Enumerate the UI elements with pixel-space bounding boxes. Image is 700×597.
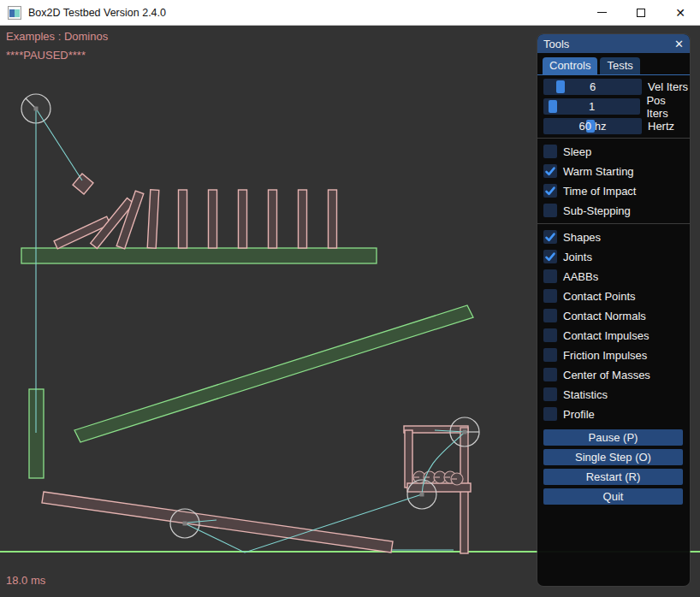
slider[interactable]: 1: [543, 98, 640, 115]
panel-button-label: Single Step (O): [575, 451, 651, 464]
checkbox[interactable]: [543, 348, 557, 362]
checkbox-label: Profile: [563, 408, 595, 421]
checkbox-label: Contact Points: [563, 290, 636, 303]
upright-domino: [299, 190, 307, 248]
upright-domino: [179, 190, 187, 248]
checkbox-row[interactable]: Sub-Stepping: [543, 204, 690, 217]
slider-label: Vel Iters: [648, 80, 688, 93]
panel-tab[interactable]: Controls: [543, 57, 597, 74]
checkbox[interactable]: [543, 328, 557, 342]
anchor-square: [34, 107, 39, 111]
panel-button[interactable]: Restart (R): [543, 469, 683, 485]
slider-value: 60 hz: [543, 118, 642, 134]
upright-domino: [269, 190, 277, 248]
panel-button[interactable]: Pause (P): [543, 429, 683, 446]
pendulum-joint-line: [36, 109, 82, 180]
pendulum-bob-square: [73, 174, 93, 194]
window-titlebar[interactable]: Box2D Testbed Version 2.4.0 ✕: [0, 0, 700, 26]
checkbox[interactable]: [543, 184, 557, 198]
checkbox-label: Shapes: [563, 231, 601, 244]
tools-panel: Tools ✕ Controls Tests: [537, 34, 690, 586]
checkbox-row[interactable]: Friction Impulses: [543, 348, 690, 362]
checkbox[interactable]: [543, 204, 557, 217]
checkbox-label: Sleep: [563, 145, 591, 158]
slider-group: 6 Vel Iters 1 Pos Iters: [537, 75, 690, 134]
checkbox-label: Joints: [563, 251, 592, 263]
check-icon: [543, 230, 557, 244]
checkbox-label: Statistics: [563, 388, 608, 401]
tools-panel-title: Tools: [543, 38, 569, 50]
slider[interactable]: 60 hz: [543, 118, 642, 134]
panel-button-label: Quit: [603, 490, 624, 503]
check-icon: [543, 184, 557, 198]
checkbox[interactable]: [543, 250, 557, 263]
maximize-icon: [637, 9, 645, 17]
checkbox-row[interactable]: Contact Normals: [543, 309, 690, 322]
app-icon: [8, 6, 21, 20]
checkbox-row[interactable]: Contact Points: [543, 289, 690, 303]
maximize-button[interactable]: [621, 0, 661, 25]
upright-domino: [239, 190, 247, 248]
window-title: Box2D Testbed Version 2.4.0: [28, 7, 166, 19]
example-label: Examples : Dominos: [6, 30, 108, 43]
checkbox[interactable]: [543, 309, 557, 322]
checkbox-row[interactable]: Sleep: [543, 145, 690, 158]
tools-panel-titlebar[interactable]: Tools ✕: [537, 34, 690, 53]
checkbox[interactable]: [543, 407, 557, 421]
checkbox-row[interactable]: Time of Impact: [543, 184, 690, 198]
checkbox[interactable]: [543, 289, 557, 303]
checkbox-row[interactable]: Joints: [543, 250, 690, 263]
checkbox-row[interactable]: Contact Impulses: [543, 328, 690, 342]
domino-platform: [21, 248, 377, 263]
app-window: Box2D Testbed Version 2.4.0 ✕: [0, 0, 700, 597]
checkbox[interactable]: [543, 368, 557, 381]
checkbox-label: Warm Starting: [563, 165, 634, 178]
minimize-icon: [597, 12, 607, 13]
slider-value: 1: [543, 98, 640, 115]
slider-row: 6 Vel Iters: [543, 79, 690, 95]
upright-domino: [329, 190, 337, 248]
tab-label: Tests: [607, 59, 632, 72]
anchor-square: [420, 493, 424, 497]
checkbox-label: Contact Normals: [563, 310, 646, 322]
paused-label: ****PAUSED****: [6, 49, 86, 62]
checkbox[interactable]: [543, 387, 557, 401]
slider-value: 6: [543, 79, 642, 95]
panel-close-icon[interactable]: ✕: [674, 38, 684, 50]
checkbox-row[interactable]: Profile: [543, 407, 690, 421]
checkbox-label: AABBs: [563, 270, 598, 283]
close-button[interactable]: ✕: [661, 0, 700, 25]
panel-button[interactable]: Single Step (O): [543, 449, 683, 465]
checkbox-group-solver: Sleep Warm Starting Time of Impa: [537, 141, 690, 217]
minimize-button[interactable]: [582, 0, 621, 25]
checkbox-label: Sub-Stepping: [563, 204, 631, 217]
checkbox-row[interactable]: Shapes: [543, 230, 690, 244]
checkbox-label: Center of Masses: [563, 369, 650, 381]
frame-left-bar: [405, 430, 412, 488]
separator: [537, 138, 690, 139]
checkbox-label: Time of Impact: [563, 185, 636, 198]
frame-time-label: 18.0 ms: [6, 574, 45, 587]
checkbox[interactable]: [543, 164, 557, 178]
checkbox-group-draw: Shapes Joints AABBs: [537, 227, 690, 421]
checkbox[interactable]: [543, 145, 557, 158]
checkbox[interactable]: [543, 230, 557, 244]
checkbox-row[interactable]: Warm Starting: [543, 164, 690, 178]
slider[interactable]: 6: [543, 79, 642, 95]
check-icon: [543, 250, 557, 263]
tilted-beam: [74, 305, 473, 442]
see-saw-plank: [42, 492, 393, 553]
panel-buttons: Pause (P) Single Step (O) Restart (R) Qu…: [537, 427, 690, 505]
checkbox-row[interactable]: AABBs: [543, 269, 690, 283]
tabbar: Controls Tests: [537, 53, 690, 75]
checkbox-row[interactable]: Center of Masses: [543, 368, 690, 381]
panel-tab[interactable]: Tests: [600, 57, 639, 74]
panel-button-label: Restart (R): [586, 470, 641, 483]
checkbox[interactable]: [543, 269, 557, 283]
anchor-points: [34, 107, 467, 526]
dynamic-bodies[interactable]: [42, 174, 471, 553]
checkbox-row[interactable]: Statistics: [543, 387, 690, 401]
panel-button[interactable]: Quit: [543, 488, 683, 505]
slider-row: 1 Pos Iters: [543, 98, 690, 115]
checkbox-label: Friction Impulses: [563, 349, 647, 362]
